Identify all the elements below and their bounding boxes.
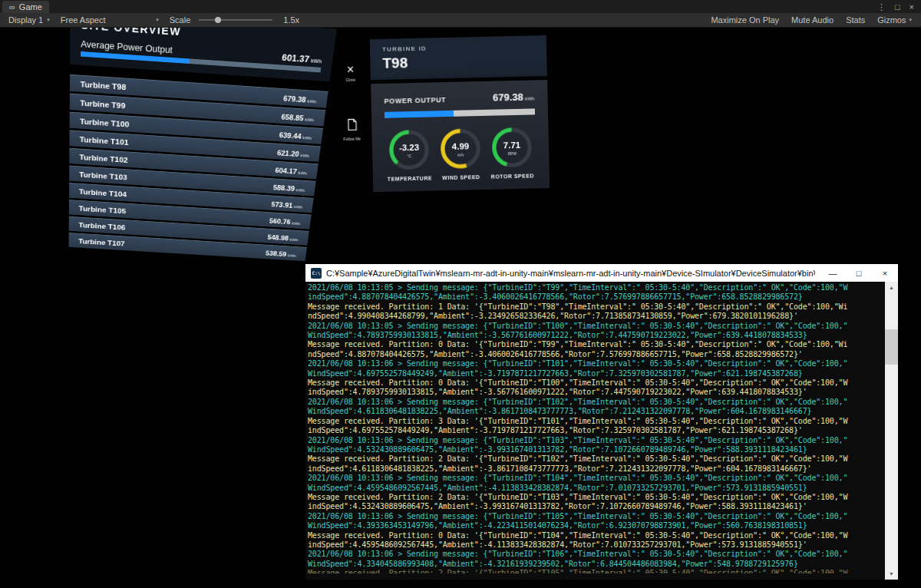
console-title-bar[interactable]: C:\ C:¥Sample¥AzureDigitalTwin¥mslearn-m…	[305, 264, 898, 282]
power-output-bar-fill	[385, 111, 454, 118]
maximize-on-play-button[interactable]: Maximize On Play	[705, 15, 785, 25]
turbine-power-unit: kWh	[294, 205, 303, 210]
turbine-name: Turbine T99	[80, 98, 125, 110]
console-scrollbar[interactable]: ▲ ▼	[885, 282, 898, 580]
console-maximize-button[interactable]: □	[846, 264, 872, 282]
turbine-power: 604.17kWh	[275, 164, 309, 177]
gauge-row: -3.23°CTEMPERATURE4.99m/sWIND SPEED7.71R…	[385, 126, 536, 181]
scale-control: Scale 1.5x	[164, 13, 305, 27]
tab-game-label: Game	[19, 2, 42, 12]
tab-game[interactable]: ∞ Game	[2, 1, 49, 13]
display-dropdown[interactable]: Display 1 ▾	[3, 13, 55, 27]
turbine-detail-panel: TURBINE ID T98 POWER OUTPUT 679.38kWh -3…	[370, 35, 550, 192]
chevron-down-icon: ▾	[47, 17, 50, 23]
unity-editor-window: ∞ Game ⋮ □ × Display 1 ▾ Free Aspect ▾ S…	[0, 0, 921, 588]
console-line: Message received. Partition: 2 Data: '{"…	[308, 493, 885, 502]
gauge-value: 4.99	[440, 141, 481, 151]
float-window-icon[interactable]: □	[895, 2, 900, 12]
turbine-power-unit: kWh	[292, 221, 301, 225]
turbine-name: Turbine T105	[79, 204, 127, 214]
turbine-power-unit: kWh	[295, 188, 305, 193]
console-line: Message received. Partition: 0 Data: '{"…	[308, 340, 885, 349]
follow-me-button[interactable]: Follow Me	[338, 117, 366, 141]
gauge-wind-speed: 4.99m/sWIND SPEED	[436, 127, 485, 180]
mute-audio-button[interactable]: Mute Audio	[785, 15, 840, 25]
turbine-detail-group: × Close Follow Me TURBINE ID T98 POWER O…	[336, 35, 558, 193]
console-line: WindSpeed":4.393363453149796,"Ambient":-…	[308, 521, 885, 530]
console-line: ndSpeed":4.990408344268799,"Ambient":-3.…	[308, 312, 885, 321]
console-line: WindSpeed":4.334045886993408,"Ambient":-…	[308, 560, 885, 569]
gauge-label: ROTOR SPEED	[489, 173, 536, 179]
power-output-unit: kWh	[525, 96, 535, 101]
turbine-list: Turbine T98679.38kWhTurbine T99658.85kWh…	[69, 74, 328, 261]
scroll-up-icon[interactable]: ▲	[885, 282, 898, 293]
aspect-dropdown[interactable]: Free Aspect ▾	[55, 13, 164, 27]
console-line: Message received. Partition: 0 Data: '{"…	[308, 531, 885, 540]
gizmos-dropdown[interactable]: Gizmos ▾	[871, 15, 918, 25]
power-output-bar	[385, 108, 535, 117]
console-line: Message received. Partition: 3 Data: '{"…	[308, 417, 885, 426]
maximize-on-play-label: Maximize On Play	[711, 15, 779, 25]
turbine-power: 573.91kWh	[271, 197, 304, 210]
turbine-power: 621.20kWh	[276, 146, 310, 160]
console-close-button[interactable]: ×	[872, 264, 898, 282]
close-button[interactable]: × Close	[337, 64, 365, 82]
turbine-name: Turbine T106	[78, 221, 125, 231]
close-button-label: Close	[337, 77, 365, 82]
console-line: indSpeed":4.6118306481838225,"Ambient":-…	[308, 464, 885, 474]
turbine-id-label: TURBINE ID	[382, 42, 534, 52]
tab-strip: ∞ Game ⋮ □ ×	[0, 0, 921, 13]
turbine-power-unit: kWh	[305, 117, 315, 122]
console-line: 2021/06/08 10:13:06 > Sending message: {…	[308, 436, 885, 445]
turbine-name: Turbine T100	[80, 117, 130, 128]
gauge-rotor-speed: 7.71RPMROTOR SPEED	[487, 126, 536, 179]
gauge-unit: m/s	[440, 152, 481, 157]
console-line: indSpeed":4.697552578449249,"Ambient":-3…	[308, 426, 885, 435]
console-line: WindSpeed":4.697552578449249,"Ambient":-…	[308, 369, 885, 378]
scale-label: Scale	[170, 15, 191, 25]
turbine-id-card: TURBINE ID T98	[370, 35, 547, 80]
turbine-power-unit: kWh	[307, 99, 317, 104]
gauge-unit: °C	[388, 154, 430, 159]
chevron-down-icon: ▾	[156, 17, 159, 23]
command-prompt-icon: C:\	[311, 268, 322, 279]
turbine-power-unit: kWh	[288, 253, 297, 257]
follow-me-icon	[345, 118, 358, 131]
turbine-name: Turbine T107	[78, 237, 125, 247]
turbine-name: Turbine T103	[79, 170, 127, 181]
gauge-unit: RPM	[491, 150, 533, 156]
turbine-name: Turbine T98	[81, 80, 127, 91]
console-line: 2021/06/08 10:13:06 > Sending message: {…	[308, 550, 885, 559]
scroll-down-icon[interactable]: ▼	[885, 568, 898, 580]
turbine-power-unit: kWh	[300, 153, 309, 157]
close-pane-icon[interactable]: ×	[909, 2, 914, 12]
console-line: 2021/06/08 10:13:06 > Sending message: {…	[308, 398, 885, 407]
scale-slider[interactable]	[199, 19, 272, 21]
turbine-power: 679.38kWh	[283, 91, 318, 105]
stats-label: Stats	[846, 15, 865, 25]
console-line: WindSpeed":4.4595486092567445,"Ambient":…	[308, 484, 885, 493]
turbine-power: 639.44kWh	[279, 127, 312, 141]
stats-button[interactable]: Stats	[840, 15, 871, 25]
turbine-power: 538.59kWh	[266, 246, 298, 259]
turbine-name: Turbine T101	[80, 135, 129, 146]
kebab-menu-icon[interactable]: ⋮	[877, 2, 886, 12]
average-power-unit: kWh	[310, 58, 322, 64]
average-power-value: 601.37kWh	[282, 53, 323, 66]
console-line: indSpeed":4.7893759930133815,"Ambient":-…	[308, 388, 885, 397]
chevron-down-icon: ▾	[909, 17, 912, 23]
turbine-id-value: T98	[382, 51, 534, 71]
console-line: WindSpeed":4.532430889606475,"Ambient":-…	[308, 445, 885, 454]
console-line: indSpeed":4.532430889606475,"Ambient":-3…	[308, 502, 885, 511]
console-minimize-button[interactable]: —	[820, 264, 846, 282]
turbine-name: Turbine T104	[79, 187, 127, 198]
console-scrollbar-thumb[interactable]	[885, 329, 898, 365]
console-line: 2021/06/08 10:13:06 > Sending message: {…	[308, 512, 885, 521]
scale-slider-handle[interactable]	[215, 17, 221, 23]
turbine-power-unit: kWh	[289, 237, 299, 241]
console-output: 2021/06/08 10:13:05 > Sending message: {…	[305, 282, 885, 580]
console-line: 2021/06/08 10:13:06 > Sending message: {…	[308, 474, 885, 483]
scale-value: 1.5x	[283, 15, 299, 25]
console-line: indSpeed":4.4595486092567445,"Ambient":-…	[308, 540, 885, 550]
aspect-dropdown-label: Free Aspect	[61, 15, 106, 25]
